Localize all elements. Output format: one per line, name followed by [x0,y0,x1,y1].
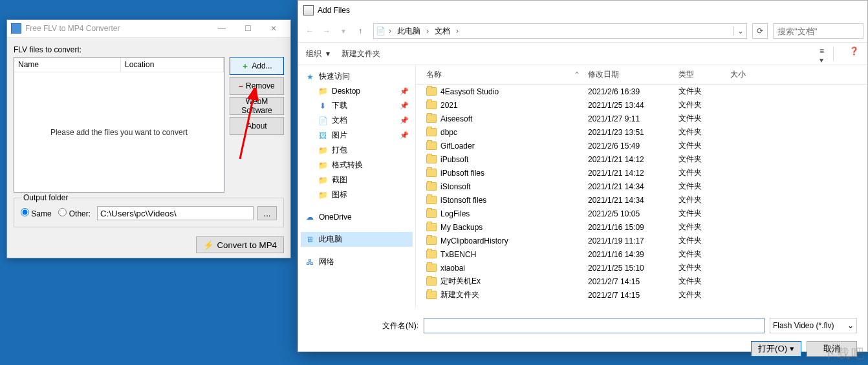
pc-icon: 🖥 [305,235,315,245]
folder-icon [426,223,437,231]
file-list[interactable]: Name Location Please add the files you w… [14,57,224,193]
empty-message: Please add the files you want to convert [14,72,224,192]
filename-input[interactable] [424,318,765,333]
app-icon [11,23,21,34]
folder-icon [426,155,437,163]
folder-icon [426,277,437,286]
file-row[interactable]: GifLoader2021/2/6 15:49文件夹 [416,139,867,152]
folder-icon: 📄 [318,116,328,126]
refresh-button[interactable]: ⟳ [752,23,768,39]
header-name[interactable]: 名称⌃ [416,68,584,81]
chevron-right-icon[interactable]: › [454,26,461,36]
tree-quick-access[interactable]: ★快速访问 [301,69,413,84]
address-dropdown[interactable]: ⌄ [733,26,746,36]
chevron-right-icon[interactable]: › [424,26,431,36]
crumb-documents[interactable]: 文档 [431,24,454,38]
folder-icon [426,291,437,299]
folder-icon: 📁 [318,145,328,156]
crumb-thispc[interactable]: 此电脑 [393,24,424,38]
dialog-titlebar[interactable]: Add Files [298,1,867,20]
file-row[interactable]: 定时关机Ex2021/2/7 14:15文件夹 [416,275,867,288]
tree-network[interactable]: 🖧网络 [301,255,413,269]
remove-button[interactable]: –Remove [230,77,284,95]
file-row[interactable]: iStonsoft files2021/1/21 14:34文件夹 [416,193,867,207]
back-button[interactable]: ← [302,23,318,39]
browse-button[interactable]: ... [257,206,277,220]
organize-menu[interactable]: 组织 ▾ [306,48,330,59]
file-row[interactable]: iPubsoft files2021/1/21 14:12文件夹 [416,166,867,180]
tree-item[interactable]: ⬇下载📌 [301,98,413,113]
star-icon: ★ [305,72,315,82]
output-path-input[interactable] [97,206,254,220]
folder-icon: 📁 [318,190,328,200]
breadcrumb[interactable]: 📄 › 此电脑 › 文档 › ⌄ [373,23,747,39]
header-date[interactable]: 修改日期 [584,68,675,81]
tree-item[interactable]: 📁格式转换 [301,158,413,172]
sort-indicator-icon: ⌃ [574,70,580,79]
radio-other[interactable]: Other: [58,208,91,218]
up-button[interactable]: ↑ [353,23,368,39]
webm-software-button[interactable]: WebM Software [230,97,284,115]
folder-icon [426,182,437,191]
close-button[interactable]: ✕ [261,20,287,37]
file-row[interactable]: MyClipboardHistory2021/1/19 11:17文件夹 [416,234,867,247]
file-open-dialog: Add Files ← → ▾ ↑ 📄 › 此电脑 › 文档 › ⌄ ⟳ 组织 … [298,0,868,352]
column-name[interactable]: Name [14,57,121,72]
tree-item[interactable]: 📄文档📌 [301,113,413,128]
minus-icon: – [239,81,243,90]
tree-this-pc[interactable]: 🖥此电脑 [301,232,413,247]
maximize-button[interactable]: ☐ [235,20,261,37]
file-row[interactable]: iStonsoft2021/1/21 14:34文件夹 [416,180,867,193]
header-size[interactable]: 大小 [726,68,765,81]
chevron-right-icon[interactable]: › [387,26,393,36]
network-icon: 🖧 [305,257,315,267]
add-button[interactable]: ＋Add... [230,57,284,75]
pin-icon: 📌 [400,101,409,110]
convert-button[interactable]: ⚡Convert to MP4 [196,236,284,253]
folder-icon [426,169,437,177]
recent-dropdown[interactable]: ▾ [336,23,351,39]
pin-icon: 📌 [400,116,409,125]
file-row[interactable]: dbpc2021/1/23 13:51文件夹 [416,125,867,139]
view-options-button[interactable]: ≡ ▾ [819,47,834,61]
help-button[interactable]: ❓ [845,47,860,61]
open-button[interactable]: 打开(O) ▾ [751,341,801,357]
chevron-down-icon: ⌄ [847,321,854,330]
file-row[interactable]: xiaobai2021/1/25 15:10文件夹 [416,261,867,275]
radio-same[interactable]: Same [21,208,52,218]
search-input[interactable] [773,23,863,39]
folder-icon [426,128,437,136]
file-row[interactable]: 4Easysoft Studio2021/2/6 16:39文件夹 [416,85,867,98]
cancel-button[interactable]: 取消 [807,341,857,357]
file-row[interactable]: TxBENCH2021/1/16 14:39文件夹 [416,247,867,261]
tree-item[interactable]: 📁截图 [301,172,413,187]
navigation-tree[interactable]: ★快速访问 📁Desktop📌⬇下载📌📄文档📌🖼图片📌📁打包📁格式转换📁截图📁图… [298,65,416,308]
pin-icon: 📌 [400,131,409,140]
minimize-button[interactable]: — [209,20,235,37]
column-location[interactable]: Location [121,57,224,72]
filename-label: 文件名(N): [309,320,418,331]
header-type[interactable]: 类型 [675,68,726,81]
new-folder-button[interactable]: 新建文件夹 [342,48,380,59]
filetype-dropdown[interactable]: Flash Video (*.flv)⌄ [770,318,857,333]
tree-onedrive[interactable]: ☁OneDrive [301,210,413,224]
tree-item[interactable]: 📁Desktop📌 [301,84,413,98]
folder-icon [426,264,437,272]
file-row[interactable]: My Backups2021/1/16 15:09文件夹 [416,220,867,234]
file-row[interactable]: 新建文件夹2021/2/7 14:15文件夹 [416,288,867,302]
tree-item[interactable]: 🖼图片📌 [301,128,413,143]
tree-item[interactable]: 📁图标 [301,187,413,202]
file-row[interactable]: 20212021/1/25 13:44文件夹 [416,98,867,112]
dialog-toolbar: 组织 ▾ 新建文件夹 ≡ ▾ ❓ [298,42,867,65]
tree-item[interactable]: 📁打包 [301,143,413,158]
file-row[interactable]: LogFiles2021/2/5 10:05文件夹 [416,207,867,220]
column-headers[interactable]: 名称⌃ 修改日期 类型 大小 [416,65,867,85]
plus-icon: ＋ [241,61,249,72]
converter-window: Free FLV to MP4 Converter — ☐ ✕ FLV file… [6,19,291,258]
converter-titlebar[interactable]: Free FLV to MP4 Converter — ☐ ✕ [7,20,290,37]
folder-icon: 📁 [318,86,328,96]
file-row[interactable]: iPubsoft2021/1/21 14:12文件夹 [416,152,867,166]
about-button[interactable]: About [230,117,284,135]
file-row[interactable]: Aiseesoft2021/1/27 9:11文件夹 [416,112,867,125]
forward-button[interactable]: → [319,23,334,39]
